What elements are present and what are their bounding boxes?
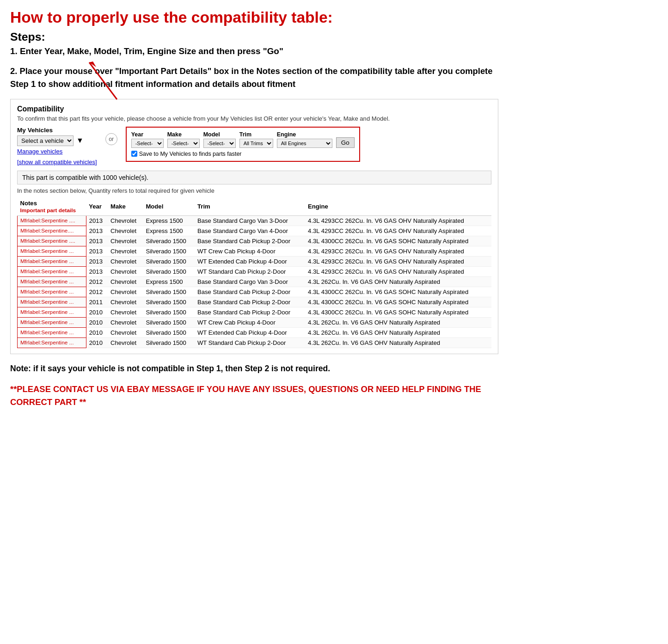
step1-text: 1. Enter Year, Make, Model, Trim, Engine… bbox=[10, 46, 498, 56]
compat-info-bar: This part is compatible with 1000 vehicl… bbox=[17, 171, 491, 184]
notes-header-main: Notes bbox=[20, 200, 37, 207]
table-row: Mfrlabel:Serpentine ...2010ChevroletSilv… bbox=[18, 307, 492, 317]
col-year: Year bbox=[86, 198, 108, 216]
model-select[interactable]: -Select- bbox=[203, 139, 236, 148]
year-field: Year -Select- bbox=[131, 131, 164, 148]
year-label: Year bbox=[131, 131, 164, 138]
compatibility-box: Compatibility To confirm that this part … bbox=[10, 99, 498, 354]
note-body: Note: if it says your vehicle is not com… bbox=[10, 362, 498, 374]
table-row: Mfrlabel:Serpentine ....2013ChevroletSil… bbox=[18, 236, 492, 246]
compat-subtitle: To confirm that this part fits your vehi… bbox=[17, 115, 491, 122]
svg-line-0 bbox=[89, 62, 117, 99]
table-row: Mfrlabel:Serpentine ...2010ChevroletSilv… bbox=[18, 327, 492, 337]
table-row: Mfrlabel:Serpentine ...2011ChevroletSilv… bbox=[18, 297, 492, 307]
year-make-row: Year -Select- Make -Select- Model -Selec… bbox=[131, 131, 355, 148]
table-row: Mfrlabel:Serpentine ...2013ChevroletSilv… bbox=[18, 246, 492, 256]
steps-heading: Steps: bbox=[10, 31, 498, 43]
trim-label: Trim bbox=[239, 131, 273, 138]
table-row: Mfrlabel:Serpentine....2013ChevroletExpr… bbox=[18, 226, 492, 236]
make-label: Make bbox=[167, 131, 200, 138]
col-model: Model bbox=[143, 198, 195, 216]
trim-select[interactable]: All Trims bbox=[239, 139, 273, 148]
save-label: Save to My Vehicles to finds parts faste… bbox=[139, 151, 242, 157]
show-all-link[interactable]: [show all compatible vehicles] bbox=[17, 159, 97, 166]
model-label: Model bbox=[203, 131, 236, 138]
step2-text: 2. Place your mouse over "Important Part… bbox=[10, 65, 498, 90]
table-row: Mfrlabel:Serpentine ...2012ChevroletExpr… bbox=[18, 276, 492, 287]
red-arrow-icon bbox=[85, 58, 126, 104]
compat-note: In the notes section below, Quantity ref… bbox=[17, 187, 491, 194]
table-row: Mfrlabel:Serpentine ...2013ChevroletSilv… bbox=[18, 266, 492, 276]
table-row: Mfrlabel:Serpentine ...2012ChevroletSilv… bbox=[18, 287, 492, 297]
vehicle-select-row: Select a vehicle ▼ bbox=[17, 135, 97, 146]
compat-table: Notes Important part details Year Make M… bbox=[17, 198, 491, 348]
vehicle-select-dropdown[interactable]: Select a vehicle bbox=[17, 135, 74, 146]
or-label: or bbox=[105, 133, 117, 145]
dropdown-arrow-icon: ▼ bbox=[76, 136, 84, 145]
save-checkbox[interactable] bbox=[131, 151, 137, 157]
compat-title: Compatibility bbox=[17, 105, 491, 113]
table-row: Mfrlabel:Serpentine ...2010ChevroletSilv… bbox=[18, 337, 492, 348]
col-notes: Notes Important part details bbox=[18, 198, 86, 216]
notes-header-sub: Important part details bbox=[20, 207, 76, 214]
trim-field: Trim All Trims bbox=[239, 131, 273, 148]
contact-note: **PLEASE CONTACT US VIA EBAY MESSAGE IF … bbox=[10, 383, 498, 408]
my-vehicles-section: My Vehicles Select a vehicle ▼ Manage ve… bbox=[17, 127, 97, 166]
table-row: Mfrlabel:Serpentine ....2013ChevroletExp… bbox=[18, 215, 492, 226]
col-engine: Engine bbox=[305, 198, 491, 216]
table-row: Mfrlabel:Serpentine ...2010ChevroletSilv… bbox=[18, 317, 492, 327]
year-make-section: Year -Select- Make -Select- Model -Selec… bbox=[126, 127, 360, 162]
main-title: How to properly use the compatibility ta… bbox=[10, 8, 498, 27]
save-row: Save to My Vehicles to finds parts faste… bbox=[131, 151, 355, 157]
make-field: Make -Select- bbox=[167, 131, 200, 148]
engine-field: Engine All Engines bbox=[277, 131, 332, 148]
go-button[interactable]: Go bbox=[336, 137, 355, 148]
col-make: Make bbox=[108, 198, 143, 216]
table-row: Mfrlabel:Serpentine ...2013ChevroletSilv… bbox=[18, 256, 492, 266]
compat-top-row: My Vehicles Select a vehicle ▼ Manage ve… bbox=[17, 127, 491, 166]
engine-label: Engine bbox=[277, 131, 332, 138]
make-select[interactable]: -Select- bbox=[167, 139, 200, 148]
col-trim: Trim bbox=[195, 198, 305, 216]
model-field: Model -Select- bbox=[203, 131, 236, 148]
year-select[interactable]: -Select- bbox=[131, 139, 164, 148]
engine-select[interactable]: All Engines bbox=[277, 139, 332, 148]
manage-vehicles-link[interactable]: Manage vehicles bbox=[17, 148, 97, 155]
my-vehicles-label: My Vehicles bbox=[17, 127, 97, 134]
